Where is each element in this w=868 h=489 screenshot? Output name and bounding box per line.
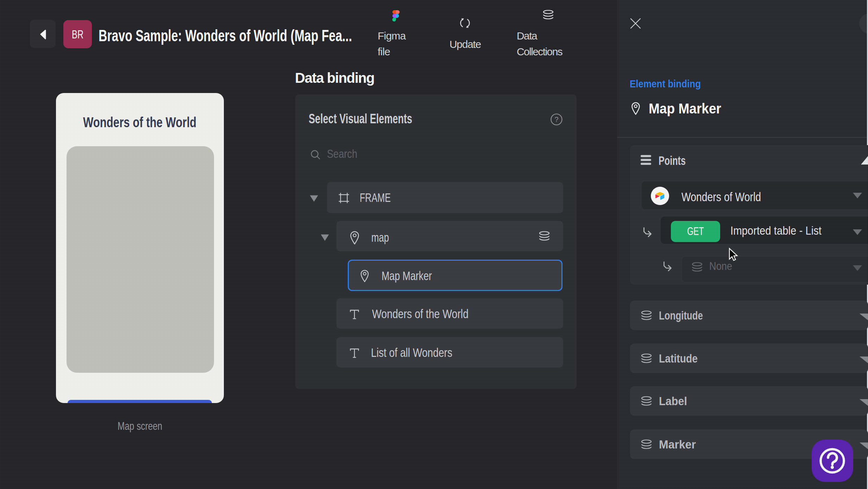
- svg-text:?: ?: [554, 116, 558, 123]
